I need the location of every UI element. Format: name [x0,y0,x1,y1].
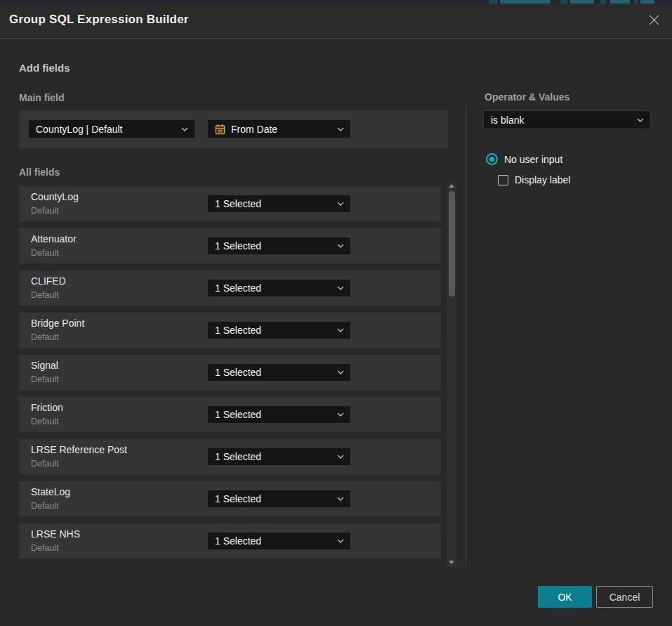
main-field-heading: Main field [19,92,65,103]
field-name: Friction [31,402,63,413]
chevron-down-icon [181,127,188,131]
ok-button[interactable]: OK [538,586,592,608]
calendar-icon [215,124,225,135]
no-user-input-label: No user input [504,154,562,165]
selected-count-value: 1 Selected [215,325,261,336]
field-row: Friction Default 1 Selected [19,397,441,432]
fields-list-scrollbar[interactable] [447,181,456,567]
field-subtitle: Default [31,543,59,553]
scroll-down-icon[interactable] [449,561,454,564]
field-subtitle: Default [31,374,59,384]
field-selected-dropdown[interactable]: 1 Selected [207,279,351,297]
field-name: Attenuator [31,233,77,244]
selected-count-value: 1 Selected [215,535,261,547]
operator-select[interactable]: is blank [483,110,651,129]
display-label-checkbox[interactable]: Display label [498,174,570,185]
operator-values-heading: Operator & Values [485,91,569,103]
field-row: Signal Default 1 Selected [19,355,441,390]
layer-select-value: CountyLog | Default [36,124,123,135]
no-user-input-radio[interactable]: No user input [486,153,562,165]
checkbox-unchecked-icon [498,175,508,185]
field-name: LRSE NHS [31,528,80,540]
add-fields-heading: Add fields [19,62,70,74]
scrollbar-thumb[interactable] [449,191,455,296]
all-fields-list: CountyLog Default 1 Selected Attenuator … [19,186,441,566]
scroll-up-icon[interactable] [449,184,454,188]
chevron-down-icon [337,370,344,374]
selected-count-value: 1 Selected [215,451,261,462]
close-button[interactable] [645,12,663,30]
field-subtitle: Default [31,417,59,426]
field-name: StateLog [31,486,70,497]
field-row: StateLog Default 1 Selected [19,481,441,516]
chevron-down-icon [637,118,644,122]
chevron-down-icon [337,202,344,206]
field-subtitle: Default [31,248,59,258]
selected-count-value: 1 Selected [215,198,261,209]
field-name: CLIFED [31,275,66,287]
chevron-down-icon [337,497,344,501]
field-selected-dropdown[interactable]: 1 Selected [207,321,351,339]
chevron-down-icon [337,328,344,332]
field-selected-dropdown[interactable]: 1 Selected [207,448,351,466]
selected-count-value: 1 Selected [215,282,261,294]
field-subtitle: Default [31,206,59,216]
field-name: LRSE Reference Post [31,444,127,455]
screen: Group SQL Expression Builder Add fields … [0,0,672,626]
chevron-down-icon [337,539,344,543]
field-subtitle: Default [31,459,59,469]
operator-select-value: is blank [491,115,524,126]
chevron-down-icon [337,244,344,248]
all-fields-heading: All fields [19,167,60,178]
field-row: CountyLog Default 1 Selected [19,186,441,221]
display-label-label: Display label [515,174,570,185]
dialog-titlebar: Group SQL Expression Builder [0,4,672,39]
field-row: Attenuator Default 1 Selected [19,228,441,263]
field-row: Bridge Point Default 1 Selected [19,313,441,348]
cancel-button[interactable]: Cancel [596,586,653,608]
chevron-down-icon [337,286,344,290]
field-name: Signal [31,360,58,371]
selected-count-value: 1 Selected [215,367,261,378]
field-selected-dropdown[interactable]: 1 Selected [207,363,351,382]
main-field-layer-select[interactable]: CountyLog | Default [28,119,195,138]
close-icon [648,14,660,29]
main-field-date-select[interactable]: From Date [207,119,351,138]
field-subtitle: Default [31,501,59,511]
selected-count-value: 1 Selected [215,493,261,504]
field-selected-dropdown[interactable]: 1 Selected [207,490,351,508]
field-name: Bridge Point [31,318,84,329]
chevron-down-icon [337,127,344,131]
chevron-down-icon [337,455,344,459]
selected-count-value: 1 Selected [215,409,261,420]
field-subtitle: Default [31,332,59,342]
radio-selected-icon [486,153,498,165]
dialog-title: Group SQL Expression Builder [9,13,189,27]
field-selected-dropdown[interactable]: 1 Selected [207,532,351,550]
field-selected-dropdown[interactable]: 1 Selected [207,195,351,213]
date-select-value: From Date [231,124,277,135]
field-row: LRSE Reference Post Default 1 Selected [19,439,441,474]
field-name: CountyLog [31,191,79,202]
field-subtitle: Default [31,290,59,300]
chevron-down-icon [337,412,344,417]
selected-count-value: 1 Selected [215,240,261,252]
field-selected-dropdown[interactable]: 1 Selected [207,237,351,255]
group-sql-expression-builder-dialog: Group SQL Expression Builder Add fields … [0,4,672,626]
panel-divider [466,105,466,566]
field-selected-dropdown[interactable]: 1 Selected [207,405,351,424]
field-row: CLIFED Default 1 Selected [19,270,441,306]
field-row: LRSE NHS Default 1 Selected [19,523,441,559]
